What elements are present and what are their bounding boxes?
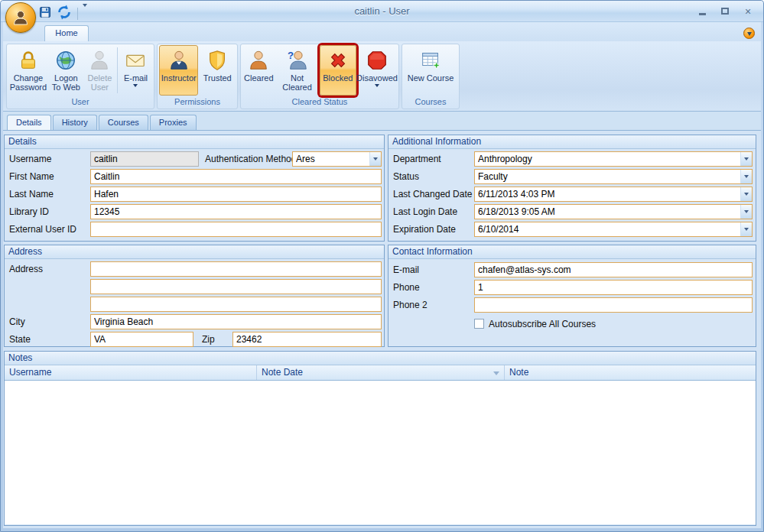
chevron-down-icon[interactable] — [740, 187, 752, 201]
details-page: Details Username Authentication Method F… — [3, 130, 761, 528]
chevron-down-icon — [83, 4, 87, 20]
delete-user-button[interactable]: DeleteUser — [84, 45, 115, 96]
first-name-label: First Name — [9, 169, 54, 184]
column-header-note-date[interactable]: Note Date — [257, 365, 505, 380]
address-panel: Address Address City State Zip — [4, 245, 385, 347]
tab-proxies[interactable]: Proxies — [150, 115, 197, 130]
person-cleared-icon — [247, 47, 270, 73]
external-user-id-input[interactable] — [90, 222, 382, 237]
last-name-label: Last Name — [9, 187, 54, 202]
last-changed-date-input[interactable] — [475, 187, 740, 201]
minimize-button[interactable] — [694, 5, 710, 17]
notes-table-header: Username Note Date Note — [5, 365, 756, 381]
phone-label: Phone — [393, 280, 420, 295]
phone-input[interactable] — [474, 280, 753, 295]
notes-table-body[interactable] — [5, 381, 756, 524]
zip-input[interactable] — [232, 332, 382, 347]
details-panel-title: Details — [5, 135, 384, 149]
state-label: State — [9, 332, 31, 347]
application-menu-button[interactable] — [5, 2, 36, 33]
city-label: City — [9, 314, 25, 329]
address-line3-input[interactable] — [90, 297, 382, 312]
auth-method-combo[interactable] — [292, 151, 382, 167]
expiration-date-input[interactable] — [475, 222, 740, 236]
library-id-input[interactable] — [90, 204, 382, 219]
person-gray-icon — [88, 47, 111, 73]
logon-to-web-button[interactable]: LogonTo Web — [49, 45, 83, 96]
ribbon-group-user: ChangePassword LogonTo Web — [6, 44, 154, 109]
globe-icon — [54, 47, 77, 73]
new-course-button[interactable]: New Course — [404, 45, 457, 96]
chevron-down-icon[interactable] — [740, 152, 752, 166]
ribbon-tab-home[interactable]: Home — [44, 25, 89, 41]
email-button[interactable]: E-mail — [119, 45, 152, 96]
user-orb-icon — [11, 8, 30, 27]
chevron-down-icon[interactable] — [740, 205, 752, 219]
email-label: E-mail — [393, 262, 419, 277]
svg-text:?: ? — [287, 50, 293, 61]
group-caption-user: User — [7, 96, 154, 108]
tab-history[interactable]: History — [53, 115, 97, 130]
last-login-date-input[interactable] — [475, 205, 740, 219]
last-login-date-picker[interactable] — [474, 204, 753, 219]
sort-descending-icon — [493, 371, 499, 375]
column-header-username[interactable]: Username — [5, 365, 257, 380]
window-title: caitlin - User — [1, 5, 763, 17]
additional-info-title: Additional Information — [389, 135, 756, 149]
chevron-down-icon[interactable] — [740, 222, 752, 236]
help-button[interactable] — [743, 28, 755, 39]
department-input[interactable] — [475, 152, 740, 166]
details-panel: Details Username Authentication Method F… — [4, 135, 385, 242]
ribbon-tab-row: Home — [3, 22, 761, 41]
toolbar-separator — [77, 8, 78, 20]
city-input[interactable] — [90, 314, 382, 329]
phone2-label: Phone 2 — [393, 297, 428, 313]
autosubscribe-checkbox[interactable] — [474, 319, 484, 329]
chevron-down-icon[interactable] — [369, 152, 381, 166]
status-input[interactable] — [475, 170, 740, 183]
email-input[interactable] — [474, 262, 753, 277]
change-password-button[interactable]: ChangePassword — [8, 45, 48, 96]
ribbon: ChangePassword LogonTo Web — [3, 41, 761, 112]
ribbon-group-cleared-status: Cleared ? Not Cleared — [240, 44, 399, 109]
save-button[interactable] — [39, 6, 51, 21]
status-combo[interactable] — [474, 169, 753, 184]
expiration-date-picker[interactable] — [474, 222, 753, 237]
column-header-note[interactable]: Note — [505, 365, 756, 380]
library-id-label: Library ID — [9, 204, 49, 219]
last-changed-date-picker[interactable] — [474, 187, 753, 202]
main-area: Details History Courses Proxies Details … — [3, 112, 761, 528]
tab-courses[interactable]: Courses — [99, 115, 148, 130]
chevron-down-icon[interactable] — [740, 170, 752, 183]
shield-icon — [206, 47, 229, 73]
blocked-button[interactable]: Blocked — [320, 45, 356, 96]
group-caption-courses: Courses — [402, 96, 459, 108]
department-combo[interactable] — [474, 151, 753, 167]
address-label: Address — [9, 261, 43, 277]
maximize-button[interactable] — [717, 5, 733, 17]
trusted-toggle-button[interactable]: Trusted — [199, 45, 236, 96]
last-name-input[interactable] — [90, 187, 382, 202]
username-input[interactable] — [90, 151, 199, 167]
cleared-button[interactable]: Cleared — [242, 45, 275, 96]
disavowed-button[interactable]: Disavowed — [357, 45, 397, 96]
last-changed-date-label: Last Changed Date — [393, 187, 472, 202]
tab-details[interactable]: Details — [7, 115, 51, 130]
contact-info-panel: Contact Information E-mail Phone Phone 2… — [388, 245, 756, 347]
first-name-input[interactable] — [90, 169, 382, 184]
customize-toolbar-button[interactable] — [83, 7, 87, 21]
refresh-button[interactable] — [56, 4, 73, 24]
refresh-icon — [56, 4, 73, 21]
status-label: Status — [393, 169, 419, 184]
instructor-toggle-button[interactable]: Instructor — [159, 45, 198, 96]
red-x-icon — [327, 47, 349, 73]
not-cleared-button[interactable]: ? Not Cleared — [276, 45, 319, 96]
auth-method-input[interactable] — [293, 152, 369, 166]
last-login-date-label: Last Login Date — [393, 204, 457, 219]
address-line2-input[interactable] — [90, 279, 382, 294]
phone2-input[interactable] — [474, 297, 753, 313]
state-input[interactable] — [90, 332, 193, 347]
address-line1-input[interactable] — [90, 261, 382, 277]
group-separator — [117, 47, 118, 93]
close-button[interactable]: × — [740, 5, 756, 17]
